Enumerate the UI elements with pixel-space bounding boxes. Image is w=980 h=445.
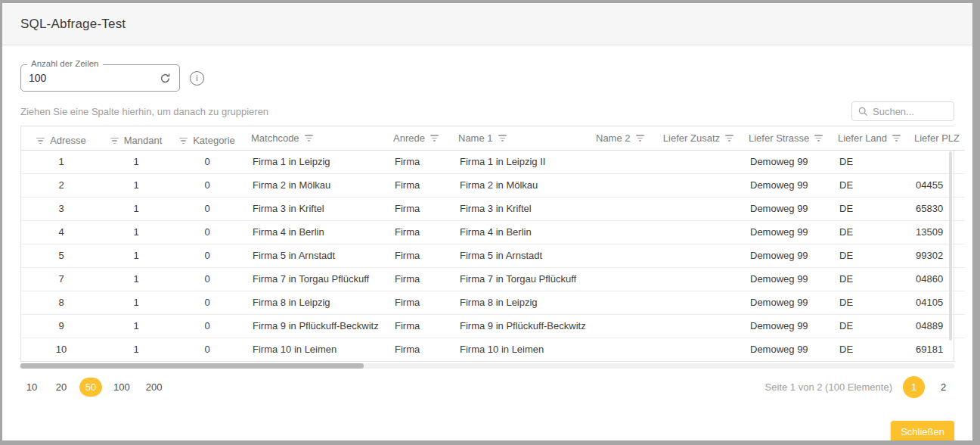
table-row[interactable]: 910Firma 9 in Pflückuff-BeckwitzFirmaFir… bbox=[21, 314, 965, 338]
table-cell bbox=[650, 267, 741, 291]
table-row[interactable]: 210Firma 2 in MölkauFirmaFirma 2 in Mölk… bbox=[21, 173, 965, 197]
table-cell: Firma 10 in Leimen bbox=[451, 338, 588, 361]
table-cell: 65830 bbox=[907, 197, 965, 220]
page-button[interactable]: 1 bbox=[903, 376, 925, 398]
table-cell bbox=[588, 220, 650, 244]
table-cell: Demoweg 99 bbox=[741, 267, 830, 291]
table-cell: Firma bbox=[386, 338, 451, 361]
table-row[interactable]: 1010Firma 10 in LeimenFirmaFirma 10 in L… bbox=[21, 338, 965, 361]
info-icon[interactable]: i bbox=[190, 71, 204, 86]
table-cell: Firma 8 in Leipzig bbox=[451, 291, 588, 314]
table-cell: 1 bbox=[101, 267, 171, 291]
table-cell bbox=[650, 173, 741, 197]
filter-icon[interactable] bbox=[305, 135, 313, 142]
table-cell: 99302 bbox=[907, 244, 965, 267]
table-cell: 1 bbox=[101, 244, 171, 267]
table-row[interactable]: 510Firma 5 in ArnstadtFirmaFirma 5 in Ar… bbox=[21, 244, 965, 267]
table-row[interactable]: 810Firma 8 in LeipzigFirmaFirma 8 in Lei… bbox=[21, 291, 965, 314]
table-cell bbox=[588, 314, 650, 338]
table-cell: Firma 2 in Mölkau bbox=[243, 173, 386, 197]
row-count-field[interactable]: Anzahl der Zeilen bbox=[20, 64, 180, 92]
filter-icon[interactable] bbox=[110, 138, 119, 145]
filter-icon[interactable] bbox=[814, 135, 823, 142]
filter-icon[interactable] bbox=[498, 135, 507, 142]
page-size-option[interactable]: 20 bbox=[50, 378, 73, 397]
table-cell: Demoweg 99 bbox=[741, 338, 830, 361]
horizontal-scrollbar[interactable] bbox=[20, 363, 954, 369]
horizontal-scrollbar-thumb[interactable] bbox=[20, 363, 364, 369]
table-cell: Demoweg 99 bbox=[741, 291, 830, 314]
table-cell: DE bbox=[830, 291, 907, 314]
page-navigator: 1 2 bbox=[903, 376, 954, 398]
filter-icon[interactable] bbox=[430, 135, 439, 142]
table-cell: 10 bbox=[21, 338, 101, 361]
table-cell: 1 bbox=[101, 173, 171, 197]
column-header-name-2[interactable]: Name 2 bbox=[588, 126, 650, 150]
table-cell: 4 bbox=[21, 220, 101, 244]
page-size-option[interactable]: 200 bbox=[141, 378, 167, 397]
table-row[interactable]: 710Firma 7 in Torgau PflückuffFirmaFirma… bbox=[21, 267, 965, 291]
table-cell: 0 bbox=[171, 314, 243, 338]
column-header-mandant[interactable]: Mandant bbox=[101, 126, 171, 150]
table-cell: Firma bbox=[386, 291, 451, 314]
dialog-body: Anzahl der Zeilen i Ziehen Sie eine Spal… bbox=[2, 64, 972, 445]
table-row[interactable]: 310Firma 3 in KriftelFirmaFirma 3 in Kri… bbox=[21, 197, 965, 220]
table-row[interactable]: 410Firma 4 in BerlinFirmaFirma 4 in Berl… bbox=[21, 220, 965, 244]
table-cell: 5 bbox=[21, 244, 101, 267]
page-button[interactable]: 2 bbox=[932, 376, 954, 398]
table-cell: DE bbox=[830, 173, 907, 197]
table-row[interactable]: 110Firma 1 in LeipzigFirmaFirma 1 in Lei… bbox=[21, 150, 965, 173]
table-cell bbox=[650, 314, 741, 338]
table-cell: 1 bbox=[101, 220, 171, 244]
dialog-window: SQL-Abfrage-Test Anzahl der Zeilen i Zie… bbox=[0, 0, 980, 445]
column-header-liefer-zusatz[interactable]: Liefer Zusatz bbox=[650, 126, 741, 150]
search-icon bbox=[858, 107, 868, 117]
row-count-input[interactable] bbox=[29, 72, 138, 84]
table-cell: DE bbox=[830, 338, 907, 361]
filter-icon[interactable] bbox=[636, 135, 644, 142]
filter-icon[interactable] bbox=[725, 135, 733, 142]
table-cell bbox=[588, 338, 650, 361]
table-cell: Demoweg 99 bbox=[741, 314, 830, 338]
vertical-scrollbar[interactable] bbox=[949, 151, 952, 341]
table-body: 110Firma 1 in LeipzigFirmaFirma 1 in Lei… bbox=[21, 150, 965, 361]
table-cell: Firma 2 in Mölkau bbox=[451, 173, 588, 197]
search-input[interactable] bbox=[873, 106, 947, 117]
refresh-icon[interactable] bbox=[159, 72, 172, 85]
table-cell: Firma 9 in Pflückuff-Beckwitz bbox=[451, 314, 588, 338]
close-button[interactable]: Schließen bbox=[891, 421, 954, 443]
table-cell: 0 bbox=[171, 291, 243, 314]
table-cell: Firma bbox=[386, 150, 451, 173]
table-cell: Firma 5 in Arnstadt bbox=[243, 244, 386, 267]
column-header-adresse[interactable]: Adresse bbox=[21, 126, 101, 150]
table-cell bbox=[588, 173, 650, 197]
table-cell: Firma 7 in Torgau Pflückuff bbox=[451, 267, 588, 291]
table-cell: 1 bbox=[101, 338, 171, 361]
column-header-anrede[interactable]: Anrede bbox=[386, 126, 451, 150]
table-cell bbox=[907, 150, 965, 173]
table-cell bbox=[588, 150, 650, 173]
page-size-option[interactable]: 50 bbox=[79, 378, 102, 397]
filter-icon[interactable] bbox=[36, 138, 45, 145]
column-header-liefer-plz[interactable]: Liefer PLZ bbox=[907, 126, 965, 150]
data-grid: Adresse Mandant Kategorie Matchcode Anre bbox=[20, 126, 954, 362]
page-size-option[interactable]: 10 bbox=[20, 378, 43, 397]
filter-icon[interactable] bbox=[179, 138, 188, 145]
page-size-option[interactable]: 100 bbox=[109, 378, 135, 397]
filter-icon[interactable] bbox=[892, 135, 901, 142]
column-header-name-1[interactable]: Name 1 bbox=[451, 126, 588, 150]
table-cell: Firma 4 in Berlin bbox=[451, 220, 588, 244]
column-header-liefer-strasse[interactable]: Liefer Strasse bbox=[741, 126, 830, 150]
dialog-header: SQL-Abfrage-Test bbox=[2, 3, 972, 45]
table-cell: 1 bbox=[101, 150, 171, 173]
column-header-matchcode[interactable]: Matchcode bbox=[243, 126, 386, 150]
table-cell: Firma bbox=[386, 267, 451, 291]
column-header-kategorie[interactable]: Kategorie bbox=[171, 126, 243, 150]
column-header-liefer-land[interactable]: Liefer Land bbox=[830, 126, 907, 150]
table-cell: 69181 bbox=[907, 338, 965, 361]
table-cell: 0 bbox=[171, 267, 243, 291]
search-box[interactable] bbox=[851, 101, 954, 121]
table-cell bbox=[650, 291, 741, 314]
table-cell: DE bbox=[830, 150, 907, 173]
page-size-selector: 10 20 50 100 200 bbox=[20, 378, 166, 397]
